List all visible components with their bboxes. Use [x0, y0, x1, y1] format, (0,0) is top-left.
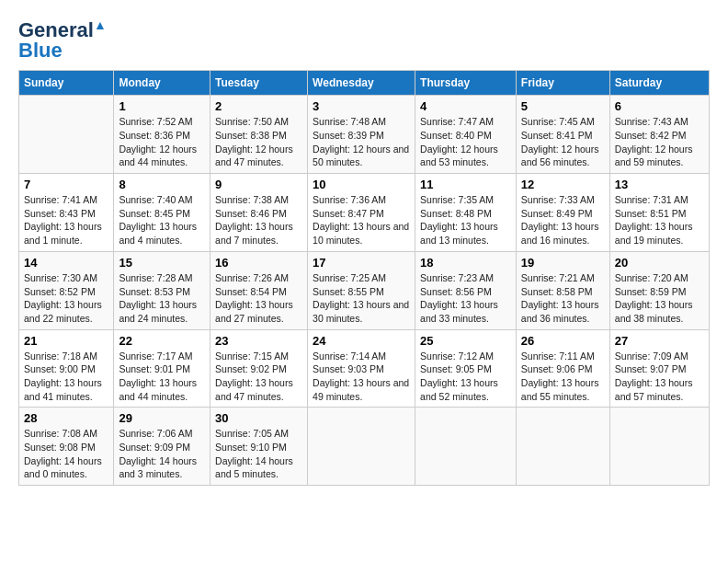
- day-cell: [516, 408, 609, 486]
- day-info: Sunrise: 7:41 AMSunset: 8:43 PMDaylight:…: [24, 193, 108, 247]
- day-info: Sunrise: 7:05 AMSunset: 9:10 PMDaylight:…: [215, 427, 302, 481]
- day-cell: 7Sunrise: 7:41 AMSunset: 8:43 PMDaylight…: [19, 174, 114, 252]
- day-cell: 15Sunrise: 7:28 AMSunset: 8:53 PMDayligh…: [114, 251, 210, 329]
- day-number: 19: [521, 256, 605, 270]
- day-number: 24: [313, 334, 410, 348]
- day-info: Sunrise: 7:47 AMSunset: 8:40 PMDaylight:…: [420, 115, 511, 169]
- day-cell: 19Sunrise: 7:21 AMSunset: 8:58 PMDayligh…: [516, 251, 609, 329]
- day-number: 30: [215, 411, 302, 425]
- day-cell: 12Sunrise: 7:33 AMSunset: 8:49 PMDayligh…: [516, 174, 609, 252]
- week-row-1: 1Sunrise: 7:52 AMSunset: 8:36 PMDaylight…: [19, 96, 710, 174]
- day-info: Sunrise: 7:25 AMSunset: 8:55 PMDaylight:…: [313, 271, 410, 326]
- day-info: Sunrise: 7:45 AMSunset: 8:41 PMDaylight:…: [521, 115, 605, 169]
- logo: General▲ Blue: [18, 18, 107, 61]
- day-number: 18: [420, 256, 511, 270]
- day-info: Sunrise: 7:18 AMSunset: 9:00 PMDaylight:…: [24, 350, 108, 404]
- day-info: Sunrise: 7:33 AMSunset: 8:49 PMDaylight:…: [521, 193, 605, 247]
- day-cell: [415, 408, 517, 486]
- week-row-2: 7Sunrise: 7:41 AMSunset: 8:43 PMDaylight…: [19, 174, 710, 252]
- day-number: 27: [615, 334, 704, 348]
- day-cell: 8Sunrise: 7:40 AMSunset: 8:45 PMDaylight…: [114, 174, 210, 252]
- day-number: 2: [215, 99, 302, 113]
- day-number: 10: [313, 178, 410, 191]
- day-cell: 13Sunrise: 7:31 AMSunset: 8:51 PMDayligh…: [609, 174, 709, 252]
- header-tuesday: Tuesday: [210, 71, 308, 96]
- day-cell: 24Sunrise: 7:14 AMSunset: 9:03 PMDayligh…: [308, 329, 415, 408]
- day-cell: [609, 408, 709, 486]
- day-cell: 26Sunrise: 7:11 AMSunset: 9:06 PMDayligh…: [516, 329, 609, 408]
- day-number: 6: [615, 99, 704, 113]
- day-info: Sunrise: 7:08 AMSunset: 9:08 PMDaylight:…: [24, 427, 108, 481]
- day-cell: 14Sunrise: 7:30 AMSunset: 8:52 PMDayligh…: [19, 251, 114, 329]
- header-friday: Friday: [516, 71, 609, 96]
- day-cell: 3Sunrise: 7:48 AMSunset: 8:39 PMDaylight…: [308, 96, 415, 174]
- day-cell: 1Sunrise: 7:52 AMSunset: 8:36 PMDaylight…: [114, 96, 210, 174]
- day-info: Sunrise: 7:17 AMSunset: 9:01 PMDaylight:…: [119, 350, 205, 404]
- header-wednesday: Wednesday: [308, 71, 415, 96]
- day-number: 15: [119, 256, 205, 270]
- day-number: 25: [420, 334, 511, 348]
- day-cell: 6Sunrise: 7:43 AMSunset: 8:42 PMDaylight…: [609, 96, 709, 174]
- day-number: 13: [615, 178, 704, 191]
- day-cell: 11Sunrise: 7:35 AMSunset: 8:48 PMDayligh…: [415, 174, 517, 252]
- day-number: 21: [24, 334, 108, 348]
- header-monday: Monday: [114, 71, 210, 96]
- calendar-header-row: SundayMondayTuesdayWednesdayThursdayFrid…: [19, 71, 710, 96]
- day-info: Sunrise: 7:20 AMSunset: 8:59 PMDaylight:…: [615, 271, 704, 326]
- day-info: Sunrise: 7:12 AMSunset: 9:05 PMDaylight:…: [420, 350, 511, 404]
- day-cell: 22Sunrise: 7:17 AMSunset: 9:01 PMDayligh…: [114, 329, 210, 408]
- day-number: 7: [24, 178, 108, 191]
- day-cell: 21Sunrise: 7:18 AMSunset: 9:00 PMDayligh…: [19, 329, 114, 408]
- day-cell: 27Sunrise: 7:09 AMSunset: 9:07 PMDayligh…: [609, 329, 709, 408]
- day-info: Sunrise: 7:21 AMSunset: 8:58 PMDaylight:…: [521, 271, 605, 326]
- header-thursday: Thursday: [415, 71, 517, 96]
- day-number: 26: [521, 334, 605, 348]
- week-row-3: 14Sunrise: 7:30 AMSunset: 8:52 PMDayligh…: [19, 251, 710, 329]
- day-number: 12: [521, 178, 605, 191]
- day-info: Sunrise: 7:09 AMSunset: 9:07 PMDaylight:…: [615, 350, 704, 404]
- day-cell: 20Sunrise: 7:20 AMSunset: 8:59 PMDayligh…: [609, 251, 709, 329]
- header-sunday: Sunday: [19, 71, 114, 96]
- day-cell: 18Sunrise: 7:23 AMSunset: 8:56 PMDayligh…: [415, 251, 517, 329]
- day-info: Sunrise: 7:35 AMSunset: 8:48 PMDaylight:…: [420, 193, 511, 247]
- day-cell: 2Sunrise: 7:50 AMSunset: 8:38 PMDaylight…: [210, 96, 308, 174]
- week-row-4: 21Sunrise: 7:18 AMSunset: 9:00 PMDayligh…: [19, 329, 710, 408]
- day-info: Sunrise: 7:26 AMSunset: 8:54 PMDaylight:…: [215, 271, 302, 326]
- day-cell: 9Sunrise: 7:38 AMSunset: 8:46 PMDaylight…: [210, 174, 308, 252]
- day-cell: [308, 408, 415, 486]
- day-info: Sunrise: 7:11 AMSunset: 9:06 PMDaylight:…: [521, 350, 605, 404]
- day-number: 4: [420, 99, 511, 113]
- day-cell: 30Sunrise: 7:05 AMSunset: 9:10 PMDayligh…: [210, 408, 308, 486]
- page-header: General▲ Blue: [18, 18, 710, 61]
- day-info: Sunrise: 7:48 AMSunset: 8:39 PMDaylight:…: [313, 115, 410, 169]
- day-cell: [19, 96, 114, 174]
- day-cell: 25Sunrise: 7:12 AMSunset: 9:05 PMDayligh…: [415, 329, 517, 408]
- day-number: 1: [119, 99, 205, 113]
- day-info: Sunrise: 7:40 AMSunset: 8:45 PMDaylight:…: [119, 193, 205, 247]
- day-cell: 17Sunrise: 7:25 AMSunset: 8:55 PMDayligh…: [308, 251, 415, 329]
- day-number: 3: [313, 99, 410, 113]
- day-info: Sunrise: 7:14 AMSunset: 9:03 PMDaylight:…: [313, 350, 410, 404]
- day-number: 9: [215, 178, 302, 191]
- day-info: Sunrise: 7:43 AMSunset: 8:42 PMDaylight:…: [615, 115, 704, 169]
- day-cell: 23Sunrise: 7:15 AMSunset: 9:02 PMDayligh…: [210, 329, 308, 408]
- day-number: 5: [521, 99, 605, 113]
- day-number: 8: [119, 178, 205, 191]
- day-number: 16: [215, 256, 302, 270]
- day-info: Sunrise: 7:38 AMSunset: 8:46 PMDaylight:…: [215, 193, 302, 247]
- day-cell: 28Sunrise: 7:08 AMSunset: 9:08 PMDayligh…: [19, 408, 114, 486]
- day-number: 20: [615, 256, 704, 270]
- day-info: Sunrise: 7:36 AMSunset: 8:47 PMDaylight:…: [313, 193, 410, 247]
- day-number: 29: [119, 411, 205, 425]
- day-info: Sunrise: 7:23 AMSunset: 8:56 PMDaylight:…: [420, 271, 511, 326]
- day-number: 28: [24, 411, 108, 425]
- day-info: Sunrise: 7:52 AMSunset: 8:36 PMDaylight:…: [119, 115, 205, 169]
- day-number: 14: [24, 256, 108, 270]
- day-number: 17: [313, 256, 410, 270]
- week-row-5: 28Sunrise: 7:08 AMSunset: 9:08 PMDayligh…: [19, 408, 710, 486]
- day-number: 23: [215, 334, 302, 348]
- day-info: Sunrise: 7:28 AMSunset: 8:53 PMDaylight:…: [119, 271, 205, 326]
- day-cell: 16Sunrise: 7:26 AMSunset: 8:54 PMDayligh…: [210, 251, 308, 329]
- header-saturday: Saturday: [609, 71, 709, 96]
- calendar-table: SundayMondayTuesdayWednesdayThursdayFrid…: [18, 70, 710, 486]
